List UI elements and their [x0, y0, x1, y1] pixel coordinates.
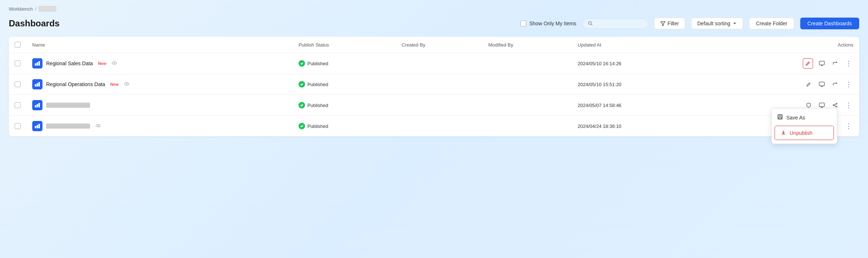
row4-item-name-blurred [46, 124, 90, 129]
filter-icon [660, 21, 665, 26]
svg-rect-45 [779, 117, 782, 119]
svg-rect-21 [38, 103, 40, 107]
row1-actions-cell: ⋮ [707, 53, 859, 74]
select-all-checkbox[interactable] [15, 42, 21, 48]
row1-more-icon[interactable]: ⋮ [844, 59, 853, 68]
svg-rect-11 [35, 84, 36, 86]
row2-edit-icon[interactable] [804, 80, 813, 89]
th-publish-status: Publish Status [293, 37, 396, 53]
table-row: Regional Operations Data New P [9, 74, 859, 95]
row3-item-name-blurred [46, 103, 90, 108]
filter-button[interactable]: Filter [654, 18, 685, 29]
show-only-my-items-toggle[interactable]: Show Only My Items [520, 21, 576, 26]
svg-point-25 [836, 103, 837, 104]
dropdown-save-as-label: Save As [786, 115, 805, 121]
row2-modified-by [482, 74, 572, 95]
row3-checkbox[interactable] [15, 102, 21, 108]
row4-publish-status: Published [293, 116, 396, 137]
row4-dashboard-icon [32, 121, 42, 131]
show-only-my-items-checkbox[interactable] [520, 21, 526, 26]
row4-status-label: Published [307, 124, 328, 129]
row1-publish-status: Published [293, 53, 396, 74]
th-actions: Actions [707, 37, 859, 53]
row2-more-icon[interactable]: ⋮ [844, 80, 853, 89]
svg-rect-30 [35, 126, 36, 128]
row3-dashboard-icon [32, 100, 42, 110]
svg-point-0 [588, 22, 591, 25]
svg-rect-19 [35, 105, 36, 107]
search-box[interactable] [582, 18, 648, 29]
svg-rect-4 [37, 62, 38, 66]
row1-name-cell: Regional Sales Data New [26, 53, 293, 74]
svg-rect-12 [37, 83, 38, 86]
sort-label: Default sorting [697, 21, 730, 26]
sort-button[interactable]: Default sorting [691, 18, 743, 29]
show-only-my-items-label: Show Only My Items [529, 21, 576, 26]
row4-updated-at: 2024/04/24 18:36:10 [572, 116, 707, 137]
row1-created-by [396, 53, 482, 74]
svg-rect-32 [38, 124, 40, 128]
row4-more-icon[interactable]: ⋮ [844, 121, 853, 131]
header-row: Dashboards Show Only My Items Filter Def… [9, 18, 859, 29]
row1-status-label: Published [307, 61, 328, 66]
svg-rect-31 [37, 125, 38, 128]
svg-rect-13 [38, 82, 40, 86]
unpublish-icon [781, 130, 786, 136]
row2-name-cell: Regional Operations Data New [26, 74, 293, 95]
row2-monitor-icon[interactable] [817, 80, 826, 89]
row4-name-cell [26, 116, 293, 137]
breadcrumb-separator: / [35, 6, 37, 12]
svg-rect-20 [37, 104, 38, 107]
svg-marker-2 [661, 22, 665, 26]
svg-rect-16 [819, 82, 824, 86]
svg-line-1 [591, 24, 592, 25]
table-row: Published 2024/05/07 14:58:46 [9, 95, 859, 116]
row1-share-icon[interactable] [831, 59, 839, 68]
row3-created-by [396, 95, 482, 116]
svg-rect-22 [819, 103, 824, 107]
dropdown-save-as[interactable]: Save As [772, 111, 837, 124]
row3-checkbox-cell [9, 95, 26, 116]
row1-modified-by [482, 53, 572, 74]
search-icon [588, 21, 593, 26]
row2-status-label: Published [307, 82, 328, 87]
row1-checkbox[interactable] [15, 60, 21, 66]
dropdown-unpublish[interactable]: Unpublish [775, 126, 834, 140]
th-updated-at: Updated At [572, 37, 707, 53]
search-input[interactable] [595, 21, 643, 26]
th-modified-by: Modified By [482, 37, 572, 53]
row3-name-cell [26, 95, 293, 116]
row3-status-label: Published [307, 103, 328, 108]
row2-eye-icon[interactable] [124, 81, 130, 88]
row1-edit-icon[interactable] [803, 58, 813, 69]
table-row: Regional Sales Data New Publis [9, 53, 859, 74]
row2-publish-status: Published [293, 74, 396, 95]
create-folder-button[interactable]: Create Folder [749, 18, 794, 29]
row2-checkbox[interactable] [15, 81, 21, 87]
svg-point-26 [836, 106, 837, 107]
create-dashboards-button[interactable]: Create Dashboards [800, 18, 859, 29]
row2-share-icon[interactable] [831, 80, 839, 89]
row3-more-icon[interactable]: ⋮ [844, 100, 853, 110]
table-header-row: Name Publish Status Created By Modified … [9, 37, 859, 53]
save-as-icon [778, 114, 783, 121]
svg-point-27 [833, 105, 834, 106]
row1-item-name: Regional Sales Data [46, 60, 93, 66]
row1-eye-icon[interactable] [111, 60, 117, 67]
dashboard-table-container: Name Publish Status Created By Modified … [9, 37, 859, 136]
row3-modified-by [482, 95, 572, 116]
table-row: Published 2024/04/24 18:36:10 [9, 116, 859, 137]
row2-created-by [396, 74, 482, 95]
row3-updated-at: 2024/05/07 14:58:46 [572, 95, 707, 116]
row4-checkbox[interactable] [15, 123, 21, 129]
svg-line-28 [834, 104, 836, 105]
page-title: Dashboards [9, 18, 60, 29]
svg-rect-44 [779, 115, 781, 116]
breadcrumb-workbench[interactable]: Workbench [9, 6, 33, 12]
th-checkbox [9, 37, 26, 53]
breadcrumb: Workbench / [9, 6, 859, 12]
th-name: Name [26, 37, 293, 53]
row4-eye-icon[interactable] [95, 123, 101, 130]
row1-checkbox-cell [9, 53, 26, 74]
row1-monitor-icon[interactable] [817, 59, 826, 68]
